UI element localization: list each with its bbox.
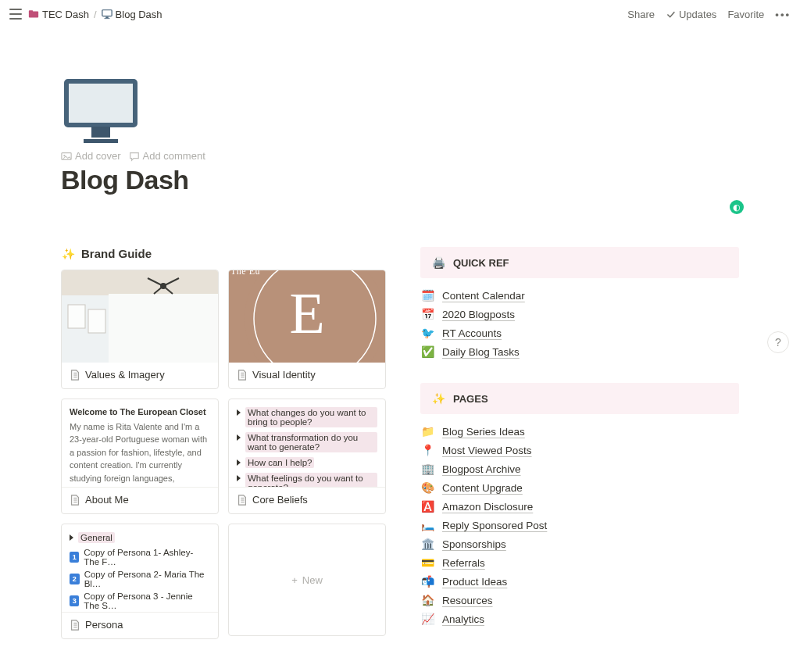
status-badge[interactable]: ◐	[730, 200, 744, 214]
page-icon[interactable]	[61, 78, 141, 145]
favorite-button[interactable]: Favorite	[727, 9, 764, 20]
comment-icon	[129, 151, 140, 162]
image-icon	[61, 151, 72, 162]
quickref-list-item[interactable]: ✅Daily Blog Tasks	[420, 345, 739, 358]
item-icon: 💳	[420, 556, 434, 569]
svg-rect-11	[62, 270, 218, 295]
item-label: Most Viewed Posts	[442, 445, 532, 456]
svg-point-9	[63, 154, 65, 155]
item-label: 2020 Blogposts	[442, 309, 515, 320]
page: Add cover Add comment Blog Dash ✨ Brand …	[0, 28, 800, 650]
quickref-list-item[interactable]: 🗓️Content Calendar	[420, 289, 739, 302]
svg-rect-4	[104, 18, 109, 19]
svg-rect-12	[109, 294, 218, 363]
item-label: Daily Blog Tasks	[442, 346, 520, 358]
card-title: Values & Imagery	[62, 363, 218, 388]
pages-list-item[interactable]: 📁Blog Series Ideas	[420, 425, 739, 438]
help-button[interactable]: ?	[767, 331, 789, 353]
topbar-right: Share Updates Favorite •••	[627, 9, 791, 20]
item-icon: 🅰️	[420, 500, 434, 513]
pages-list: 📁Blog Series Ideas📍Most Viewed Posts🏢Blo…	[420, 425, 739, 625]
sparkle-icon: ✨	[431, 392, 445, 405]
right-column: 🖨️ QUICK REF 🗓️Content Calendar📅2020 Blo…	[420, 247, 739, 650]
card-new[interactable]: + New	[228, 524, 386, 636]
pages-heading: ✨ PAGES	[420, 383, 739, 414]
menu-icon[interactable]	[9, 9, 22, 20]
list-item: 3Copy of Persona 3 - Jennie The S…	[70, 592, 210, 610]
page-icon	[237, 370, 248, 381]
pages-list-item[interactable]: 💳Referrals	[420, 556, 739, 569]
updates-label: Updates	[679, 9, 716, 20]
quickref-list-item[interactable]: 📅2020 Blogposts	[420, 308, 739, 320]
item-label: Blog Series Ideas	[442, 426, 525, 438]
item-icon: 🗓️	[420, 289, 434, 302]
pages-list-item[interactable]: 🏠Resources	[420, 594, 739, 606]
share-button[interactable]: Share	[627, 9, 655, 20]
item-label: Product Ideas	[442, 576, 507, 588]
pages-list-item[interactable]: 🅰️Amazon Disclosure	[420, 500, 739, 513]
more-icon[interactable]: •••	[775, 9, 791, 20]
svg-rect-5	[66, 81, 135, 125]
card-preview: Welcome to The European Closet My name i…	[62, 399, 218, 487]
card-persona[interactable]: General 1Copy of Persona 1- Ashley- The …	[61, 524, 219, 639]
svg-rect-14	[88, 309, 105, 333]
item-label: Content Upgrade	[442, 482, 523, 494]
item-icon: ✅	[420, 345, 434, 358]
page-icon	[70, 620, 80, 631]
pages-list-item[interactable]: 🎨Content Upgrade	[420, 481, 739, 494]
card-image	[62, 270, 218, 363]
svg-rect-7	[84, 139, 118, 143]
breadcrumb-item-blogdash[interactable]: Blog Dash	[102, 9, 162, 20]
plus-icon: +	[291, 574, 298, 586]
topbar-left: TEC Dash / Blog Dash	[9, 9, 162, 20]
item-icon: 🏢	[420, 463, 434, 475]
brand-guide-gallery: Values & Imagery The Eu E Visual	[61, 270, 389, 639]
item-label: Blogpost Archive	[442, 463, 521, 475]
breadcrumb-separator: /	[94, 9, 97, 20]
pages-list-item[interactable]: 🏢Blogpost Archive	[420, 463, 739, 475]
pages-list-item[interactable]: 🛏️Reply Sponsored Post	[420, 519, 739, 531]
item-icon: 📅	[420, 308, 434, 320]
card-about-me[interactable]: Welcome to The European Closet My name i…	[61, 399, 219, 514]
chevron-icon	[237, 475, 241, 481]
folder-icon	[28, 9, 39, 20]
card-title: Persona	[62, 612, 218, 638]
printer-icon: 🖨️	[431, 256, 445, 269]
breadcrumb-label: Blog Dash	[116, 9, 162, 20]
item-icon: 📁	[420, 425, 434, 438]
pages-list-item[interactable]: 🏛️Sponsorships	[420, 538, 739, 550]
add-cover-button[interactable]: Add cover	[61, 150, 121, 162]
content-columns: ✨ Brand Guide	[61, 247, 739, 650]
breadcrumb-item-tecdash[interactable]: TEC Dash	[28, 9, 89, 20]
list-item: 1Copy of Persona 1- Ashley- The F…	[70, 548, 210, 567]
item-label: Resources	[442, 595, 493, 606]
item-label: Referrals	[442, 557, 485, 569]
pages-list-item[interactable]: 📬Product Ideas	[420, 575, 739, 588]
quickref-list-item[interactable]: 🐦RT Accounts	[420, 327, 739, 339]
card-core-beliefs[interactable]: What changes do you want to bring to peo…	[228, 399, 386, 514]
quickref-heading: 🖨️ QUICK REF	[420, 247, 739, 278]
card-values-imagery[interactable]: Values & Imagery	[61, 270, 219, 389]
breadcrumb: TEC Dash / Blog Dash	[28, 9, 162, 20]
page-title[interactable]: Blog Dash	[61, 165, 739, 195]
item-icon: 📍	[420, 444, 434, 456]
list-item: 2Copy of Persona 2- Maria The Bl…	[70, 570, 210, 588]
updates-button[interactable]: Updates	[666, 9, 716, 20]
card-visual-identity[interactable]: The Eu E Visual Identity	[228, 270, 386, 389]
item-label: Content Calendar	[442, 290, 525, 302]
item-icon: 📬	[420, 575, 434, 588]
breadcrumb-label: TEC Dash	[42, 9, 89, 20]
svg-rect-6	[91, 127, 110, 138]
page-icon	[237, 495, 248, 506]
page-icon	[70, 495, 80, 506]
chevron-icon	[237, 409, 241, 416]
item-icon: 📈	[420, 613, 434, 625]
item-icon: 🛏️	[420, 519, 434, 531]
card-title: About Me	[62, 487, 218, 513]
pages-list-item[interactable]: 📈Analytics	[420, 613, 739, 625]
add-comment-button[interactable]: Add comment	[129, 150, 205, 162]
pages-list-item[interactable]: 📍Most Viewed Posts	[420, 444, 739, 456]
item-label: RT Accounts	[442, 327, 502, 339]
monitor-icon	[102, 9, 112, 20]
item-icon: 🏛️	[420, 538, 434, 550]
